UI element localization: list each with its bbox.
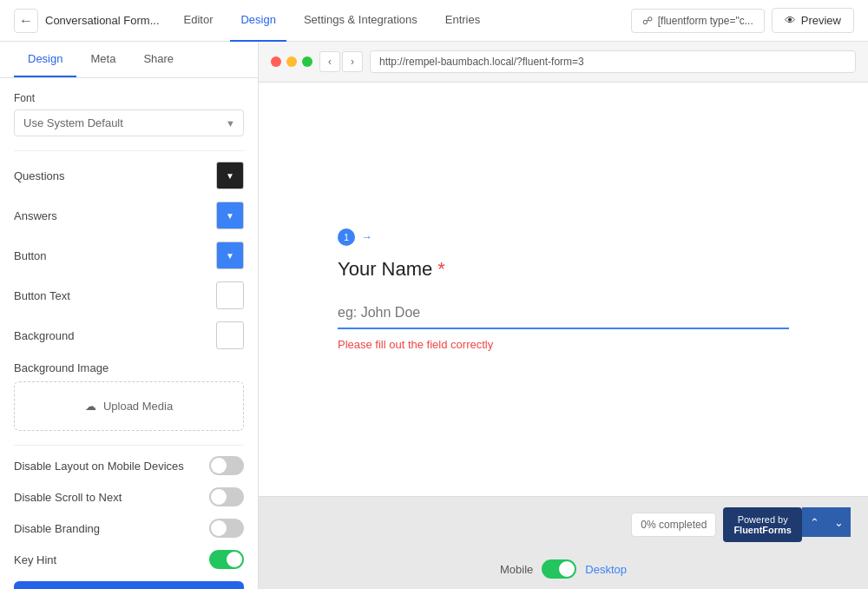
desktop-label: Desktop bbox=[585, 563, 627, 576]
toggle-0[interactable] bbox=[209, 456, 244, 475]
nav-tab-design[interactable]: Design bbox=[230, 0, 286, 42]
answers-color-row: Answers ▼ bbox=[14, 202, 244, 229]
questions-color-swatch[interactable]: ▼ bbox=[216, 162, 244, 189]
sub-tab-design[interactable]: Design bbox=[14, 42, 76, 77]
url-bar[interactable] bbox=[370, 50, 856, 73]
question-text: Your Name bbox=[338, 258, 432, 281]
answers-color-swatch[interactable]: ▼ bbox=[216, 202, 244, 229]
left-panel: Design Meta Share Font Use System Defaul… bbox=[0, 42, 259, 589]
toggle-row-1: Disable Scroll to Next bbox=[14, 487, 244, 506]
toggle-row-0: Disable Layout on Mobile Devices bbox=[14, 456, 244, 475]
toggle-row-2: Disable Branding bbox=[14, 519, 244, 538]
form-name-input[interactable] bbox=[338, 298, 789, 329]
shortcode-label: [fluentform type="c... bbox=[658, 15, 753, 27]
chevron-down-icon: ▼ bbox=[226, 171, 234, 181]
button-label: Button bbox=[14, 249, 47, 262]
background-label: Background bbox=[14, 329, 74, 342]
toggle-slider-1 bbox=[209, 487, 244, 506]
toggle-3[interactable] bbox=[209, 550, 244, 569]
form-step-indicator: 1 → bbox=[338, 228, 789, 246]
toggle-slider-3 bbox=[209, 550, 244, 569]
toggle-label-0: Disable Layout on Mobile Devices bbox=[14, 460, 184, 473]
background-color-row: Background bbox=[14, 321, 244, 349]
browser-back-button[interactable]: ‹ bbox=[319, 51, 340, 72]
form-question: Your Name * bbox=[338, 258, 789, 281]
browser-dots bbox=[271, 56, 312, 67]
save-settings-button[interactable]: ⭐ Save Settings bbox=[14, 581, 244, 589]
form-title: Conversational Form... bbox=[45, 14, 160, 27]
button-color-swatch[interactable]: ▼ bbox=[216, 242, 244, 269]
bottom-bar: 0% completed Powered by FluentForms ⌃ ⌄ bbox=[259, 496, 868, 553]
sub-tabs: Design Meta Share bbox=[0, 42, 258, 78]
required-star: * bbox=[437, 258, 445, 281]
back-button[interactable]: ← bbox=[14, 9, 38, 33]
toggle-label-3: Key Hint bbox=[14, 553, 56, 566]
powered-by-button[interactable]: Powered by FluentForms bbox=[723, 507, 802, 542]
progress-text: 0% completed bbox=[631, 513, 716, 537]
dot-red bbox=[271, 56, 281, 67]
toggle-1[interactable] bbox=[209, 487, 244, 506]
dot-green bbox=[302, 56, 312, 67]
upload-box[interactable]: ☁ Upload Media bbox=[14, 381, 244, 431]
font-select[interactable]: Use System Default bbox=[14, 109, 244, 136]
step-arrow: → bbox=[361, 230, 372, 243]
scroll-down-button[interactable]: ⌄ bbox=[826, 507, 851, 537]
upload-label: Upload Media bbox=[103, 400, 173, 413]
device-toggle-slider bbox=[542, 559, 576, 579]
eye-icon: 👁 bbox=[785, 14, 796, 27]
divider-2 bbox=[14, 445, 244, 446]
button-color-row: Button ▼ bbox=[14, 242, 244, 269]
browser-forward-button[interactable]: › bbox=[342, 51, 363, 72]
nav-tab-editor[interactable]: Editor bbox=[174, 0, 224, 42]
button-text-color-row: Button Text bbox=[14, 281, 244, 309]
browser-nav: ‹ › bbox=[319, 51, 363, 72]
answers-label: Answers bbox=[14, 209, 57, 222]
preview-button[interactable]: 👁 Preview bbox=[772, 8, 854, 33]
toggle-label-2: Disable Branding bbox=[14, 522, 100, 535]
nav-tab-entries[interactable]: Entries bbox=[435, 0, 490, 42]
nav-arrows: ⌃ ⌄ bbox=[802, 507, 851, 542]
dot-yellow bbox=[286, 56, 297, 67]
browser-chrome: ‹ › bbox=[259, 42, 868, 83]
font-field-group: Font Use System Default ▼ bbox=[14, 92, 244, 136]
powered-by-widget: Powered by FluentForms ⌃ ⌄ bbox=[723, 507, 851, 542]
form-preview: 1 → Your Name * Please fill out the fiel… bbox=[259, 83, 868, 496]
questions-label: Questions bbox=[14, 169, 65, 182]
sub-tab-share[interactable]: Share bbox=[129, 42, 187, 77]
upload-icon: ☁ bbox=[85, 400, 96, 413]
device-toggle-row: Mobile Desktop bbox=[259, 553, 868, 589]
chevron-down-icon-button: ▼ bbox=[226, 251, 234, 261]
main-layout: Design Meta Share Font Use System Defaul… bbox=[0, 42, 868, 589]
toggle-row-3: Key Hint bbox=[14, 550, 244, 569]
font-label: Font bbox=[14, 92, 244, 104]
shortcode-icon: ☍ bbox=[642, 15, 653, 27]
nav-tab-settings[interactable]: Settings & Integrations bbox=[293, 0, 428, 42]
step-number: 1 bbox=[338, 228, 355, 246]
form-content: 1 → Your Name * Please fill out the fiel… bbox=[303, 194, 824, 386]
toggle-label-1: Disable Scroll to Next bbox=[14, 491, 122, 504]
shortcode-button[interactable]: ☍ [fluentform type="c... bbox=[631, 9, 765, 33]
progress-widget: 0% completed Powered by FluentForms ⌃ ⌄ bbox=[631, 507, 851, 542]
divider-1 bbox=[14, 150, 244, 151]
sub-tab-meta[interactable]: Meta bbox=[76, 42, 129, 77]
toggle-slider-0 bbox=[209, 456, 244, 475]
top-nav: ← Conversational Form... Editor Design S… bbox=[0, 0, 868, 42]
button-text-color-swatch[interactable] bbox=[216, 281, 244, 309]
right-panel: ‹ › 1 → Your Name * Please fill out the … bbox=[259, 42, 868, 589]
form-error-message: Please fill out the field correctly bbox=[338, 338, 789, 351]
background-color-swatch[interactable] bbox=[216, 321, 244, 349]
mobile-desktop-toggle: Mobile Desktop bbox=[500, 559, 627, 579]
font-select-wrap: Use System Default ▼ bbox=[14, 109, 244, 136]
powered-by-label: Powered by FluentForms bbox=[733, 514, 792, 535]
button-text-label: Button Text bbox=[14, 289, 70, 302]
scroll-up-button[interactable]: ⌃ bbox=[802, 507, 826, 537]
chevron-down-icon-answers: ▼ bbox=[226, 211, 234, 221]
mobile-label: Mobile bbox=[500, 563, 533, 576]
questions-color-row: Questions ▼ bbox=[14, 162, 244, 189]
bg-image-label: Background Image bbox=[14, 361, 244, 374]
toggle-slider-2 bbox=[209, 519, 244, 538]
toggle-2[interactable] bbox=[209, 519, 244, 538]
panel-body: Font Use System Default ▼ Questions ▼ An… bbox=[0, 78, 258, 589]
device-toggle[interactable] bbox=[542, 559, 576, 579]
